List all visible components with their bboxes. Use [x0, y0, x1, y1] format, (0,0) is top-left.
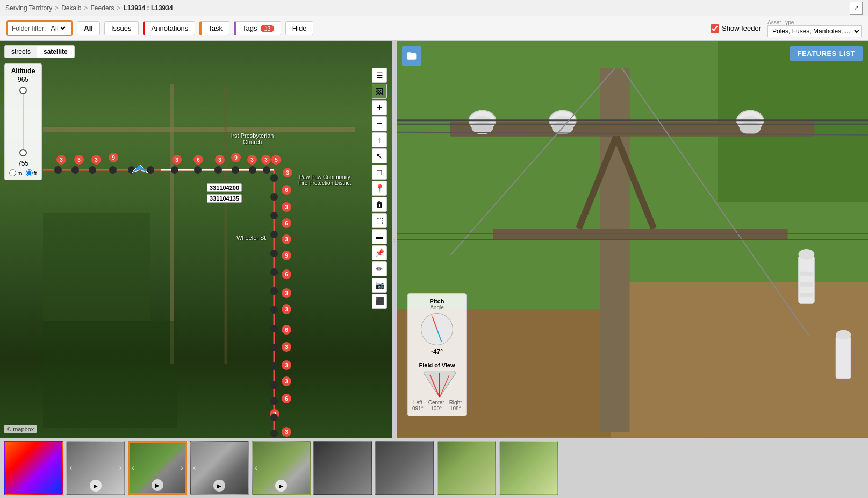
map-ctrl-camera[interactable]: 📷 — [372, 278, 387, 293]
drag-handle[interactable]: ⋮ — [392, 41, 397, 438]
asset-type-container: Asset Type Poles, Fuses, Manholes, ... — [767, 19, 862, 37]
svg-point-10 — [89, 166, 96, 174]
altitude-slider[interactable] — [19, 87, 27, 156]
thumb-item-8[interactable] — [499, 441, 558, 495]
map-type-tabs: streets satellite — [4, 45, 75, 58]
tab-hide[interactable]: Hide — [285, 21, 314, 35]
fov-diagram — [418, 371, 456, 397]
breadcrumb-part3[interactable]: Feeders — [91, 4, 114, 12]
unit-ft-radio[interactable] — [26, 169, 33, 176]
thumb-play-2: ▶ — [152, 479, 163, 491]
svg-point-27 — [270, 306, 278, 314]
altitude-thumb-bottom[interactable] — [19, 149, 27, 156]
pitch-value: -47° — [412, 348, 462, 355]
map-ctrl-image[interactable]: 🖼 — [372, 84, 387, 99]
maximize-button[interactable]: ⤢ — [850, 2, 863, 15]
svg-rect-58 — [800, 293, 813, 297]
svg-point-26 — [270, 287, 278, 295]
unit-m-radio[interactable] — [9, 169, 16, 176]
svg-point-55 — [798, 249, 814, 260]
map-ctrl-zoom-in[interactable]: + — [372, 100, 387, 115]
map-ctrl-stop[interactable]: ⬛ — [372, 294, 387, 309]
fov-right-group: Right 108° — [449, 400, 462, 411]
svg-point-9 — [71, 166, 79, 174]
thumb-item-4[interactable]: ▶ ‹ — [252, 441, 311, 495]
map-ctrl-zoom-out[interactable]: − — [372, 116, 387, 131]
thumb-item-6[interactable] — [375, 441, 434, 495]
map-ctrl-compass[interactable]: ↑ — [372, 132, 387, 147]
tab-all[interactable]: All — [77, 21, 100, 35]
thumb-item-5[interactable] — [313, 441, 372, 495]
breadcrumb-current: L13934 : L13934 — [124, 4, 173, 12]
map-ctrl-trash[interactable]: 🗑 — [372, 197, 387, 212]
folder-icon — [406, 51, 417, 61]
feeder-nodes-svg — [0, 41, 392, 438]
thumb-item-0[interactable] — [4, 441, 63, 495]
feeder-label-1: 331104200 — [207, 183, 242, 192]
main-photo: Pitch Angle -47° Field of View — [397, 41, 868, 438]
tab-task[interactable]: Task — [199, 21, 229, 35]
folder-filter-label: Folder filter: — [12, 25, 46, 32]
svg-point-28 — [270, 325, 278, 332]
svg-point-11 — [109, 166, 117, 174]
folder-filter[interactable]: Folder filter: All — [6, 20, 73, 36]
svg-point-18 — [249, 166, 256, 174]
map-panel[interactable]: 3 3 3 9 3 6 3 9 3 3 5 3 6 3 6 3 9 6 3 3 … — [0, 41, 392, 438]
svg-rect-57 — [800, 282, 813, 287]
svg-rect-39 — [611, 282, 868, 438]
tab-issues[interactable]: Issues — [104, 21, 139, 35]
breadcrumb-part1[interactable]: Serving Territory — [5, 4, 52, 12]
map-ctrl-dashed[interactable]: ⬚ — [372, 213, 387, 228]
thumb-item-2[interactable]: ▶ ‹ › — [128, 441, 187, 495]
map-ctrl-pencil[interactable]: ✏ — [372, 261, 387, 276]
map-ctrl-rect[interactable]: ▬ — [372, 229, 387, 244]
pitch-angle-label: Angle — [412, 304, 462, 310]
fov-center-label: Center — [428, 400, 444, 405]
svg-point-17 — [232, 166, 239, 174]
svg-point-34 — [270, 430, 278, 437]
altitude-thumb-top[interactable] — [19, 87, 27, 94]
map-ctrl-location[interactable]: 📌 — [372, 245, 387, 260]
map-tab-satellite[interactable]: satellite — [37, 46, 74, 58]
pole-photo-svg — [397, 41, 868, 438]
show-feeder-checkbox[interactable] — [711, 24, 719, 33]
show-feeder-label: Show feeder — [722, 24, 761, 32]
svg-point-23 — [270, 231, 278, 238]
thumb-item-1[interactable]: ▶ ‹ › — [66, 441, 125, 495]
svg-point-32 — [270, 397, 278, 405]
tab-tags[interactable]: Tags 13 — [234, 21, 281, 35]
svg-point-20 — [270, 174, 278, 182]
unit-ft-text: ft — [34, 170, 37, 176]
unit-m-label[interactable]: m — [9, 169, 22, 176]
fov-arc-svg — [418, 371, 461, 400]
map-ctrl-square-outline[interactable]: ◻ — [372, 165, 387, 180]
tab-annotations[interactable]: Annotations — [143, 21, 196, 35]
folder-overlay-btn[interactable] — [402, 46, 421, 66]
features-list-button[interactable]: FEATURES LIST — [790, 46, 863, 61]
map-ctrl-cursor[interactable]: ↖ — [372, 148, 387, 163]
map-ctrl-pin[interactable]: 📍 — [372, 181, 387, 196]
thumb-item-3[interactable]: ▶ ‹ — [190, 441, 249, 495]
asset-type-select[interactable]: Poles, Fuses, Manholes, ... — [767, 25, 862, 37]
tags-label: Tags — [242, 24, 257, 32]
map-ctrl-list[interactable]: ☰ — [372, 68, 387, 83]
fov-center-group: Center 100° — [428, 400, 444, 411]
unit-m-text: m — [17, 170, 22, 176]
map-tab-streets[interactable]: streets — [5, 46, 37, 58]
svg-point-8 — [54, 166, 62, 174]
thumb-item-7[interactable] — [437, 441, 496, 495]
pitch-label: Pitch — [412, 298, 462, 304]
altitude-track — [23, 87, 24, 156]
unit-ft-label[interactable]: ft — [26, 169, 37, 176]
breadcrumb-part2[interactable]: Dekalb — [61, 4, 81, 12]
folder-filter-select[interactable]: All — [48, 24, 67, 33]
thumb-arrow-left-3: ‹ — [193, 463, 196, 473]
fov-right-value: 108° — [449, 405, 462, 411]
thumb-arrow-right-2: › — [181, 463, 183, 473]
thumb-arrow-left-2: ‹ — [132, 463, 134, 473]
tags-badge: 13 — [261, 25, 274, 32]
mapbox-credit: © mapbox — [4, 425, 37, 433]
fov-right-label: Right — [449, 400, 462, 405]
unit-toggle: m ft — [9, 169, 37, 176]
svg-point-22 — [270, 212, 278, 219]
